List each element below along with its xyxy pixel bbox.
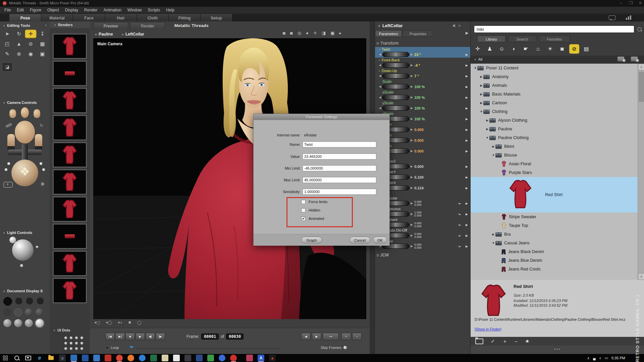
- tab-preview[interactable]: Preview: [93, 22, 128, 30]
- rotate-tool[interactable]: ↻: [13, 29, 25, 39]
- display-style-sphere-3[interactable]: [25, 297, 34, 305]
- dial-right-arrow[interactable]: ▶: [411, 213, 413, 216]
- menu-scripts[interactable]: Scripts: [145, 7, 163, 14]
- render-thumbnail-4[interactable]: [53, 115, 87, 140]
- collapse-triangle-icon[interactable]: ▼: [491, 154, 495, 157]
- dial-right-arrow[interactable]: ▶: [411, 85, 413, 88]
- morphing-tool[interactable]: ◪: [2, 62, 13, 72]
- dial-right-arrow[interactable]: ▶: [411, 165, 413, 168]
- room-tab-face[interactable]: Face: [73, 14, 105, 22]
- dial-right-arrow[interactable]: ▶: [411, 139, 413, 142]
- min-limit-field[interactable]: -45.000000: [303, 165, 376, 171]
- force-limits-checkbox[interactable]: Force limits: [301, 199, 327, 204]
- tree-scrollbar[interactable]: ∧ ∨: [638, 64, 644, 280]
- tree-item-taupe-top[interactable]: Taupe Top: [471, 221, 638, 230]
- frame-input[interactable]: 00001: [201, 334, 219, 340]
- render-thumbnail-7[interactable]: [53, 196, 87, 222]
- jcm-section-title[interactable]: JCM: [380, 253, 389, 257]
- app-blue-2[interactable]: [82, 355, 89, 361]
- display-style-sphere-6[interactable]: [14, 308, 22, 316]
- prev-actor-arrow[interactable]: <: [453, 23, 455, 28]
- menu-animation[interactable]: Animation: [100, 7, 124, 14]
- param-scale[interactable]: Scale◀▶100 %▶: [375, 79, 471, 90]
- dial-menu-arrow[interactable]: ▶: [466, 117, 468, 121]
- library-search-input[interactable]: miki: [474, 25, 634, 33]
- snapshot-camera-icon[interactable]: ◙: [283, 31, 285, 36]
- display-option-4[interactable]: ✱: [128, 320, 131, 325]
- color-tool[interactable]: ✎: [1, 49, 13, 59]
- dial-menu-arrow[interactable]: ▶: [466, 202, 468, 205]
- chat-icon[interactable]: ▭: [605, 356, 608, 360]
- cameras-icon[interactable]: ◙: [557, 44, 567, 54]
- display-style-sphere-1[interactable]: [3, 297, 12, 306]
- keyframe-icon[interactable]: ○▸: [458, 245, 461, 248]
- camera-trackball[interactable]: ❖: [11, 160, 38, 186]
- dial-menu-arrow[interactable]: ▶: [466, 234, 468, 237]
- timeline-track[interactable]: [137, 348, 281, 349]
- dial-right-arrow[interactable]: ▶: [411, 117, 413, 120]
- max-limit-field[interactable]: 45.000000: [303, 177, 376, 183]
- menu-help[interactable]: Help: [163, 7, 177, 14]
- chart-icon[interactable]: [626, 15, 632, 20]
- loop-checkbox[interactable]: Loop: [105, 346, 119, 350]
- play-button[interactable]: ▶: [136, 333, 145, 340]
- app-green[interactable]: [207, 355, 214, 361]
- dial-left-arrow[interactable]: ◀: [379, 53, 381, 56]
- add-folder-icon[interactable]: [475, 339, 483, 344]
- tree-item-pauline[interactable]: ▶Pauline: [471, 125, 638, 133]
- chat-icon[interactable]: [609, 15, 615, 20]
- vlc-app[interactable]: ▲: [269, 355, 276, 361]
- room-tab-hair[interactable]: Hair: [105, 14, 137, 22]
- expand-triangle-icon[interactable]: ▶: [479, 93, 483, 96]
- keyframe-button[interactable]: ⊶: [323, 333, 339, 340]
- next-frame-button[interactable]: |▶: [156, 333, 165, 340]
- app-blue-5[interactable]: A: [258, 355, 264, 361]
- value-field[interactable]: 23.465200: [303, 154, 376, 160]
- step-forward-button[interactable]: ▶: [312, 333, 321, 340]
- camera-head-icon[interactable]: [15, 121, 35, 143]
- sensitivity-field[interactable]: 1.000000: [303, 189, 376, 195]
- tree-item-animals[interactable]: ▶Animals: [471, 81, 638, 90]
- tree-item-poser-11-content[interactable]: ▼Poser 11 Content: [471, 64, 638, 72]
- firefox-browser[interactable]: [127, 355, 134, 361]
- actor-header[interactable]: LeftCollar: [378, 23, 403, 28]
- hidden-icons-chevron[interactable]: ∧: [587, 356, 590, 360]
- menu-figure[interactable]: Figure: [27, 7, 44, 14]
- step-back-button[interactable]: ◀: [301, 333, 311, 340]
- dial-right-arrow[interactable]: ▶: [411, 64, 413, 67]
- apply-check-icon[interactable]: ✓: [491, 338, 495, 344]
- add-item-icon[interactable]: ＋: [502, 338, 507, 345]
- doc-white-app[interactable]: [173, 355, 180, 361]
- display-option-1[interactable]: ▾▢: [95, 320, 100, 325]
- camera-flash-toggle[interactable]: [41, 182, 44, 186]
- render-thumbnail-2[interactable]: [53, 61, 87, 86]
- camera-move-cross[interactable]: [8, 146, 42, 159]
- app-blue-3[interactable]: [93, 355, 100, 361]
- tree-item-blouse[interactable]: ▼Blouse: [471, 151, 638, 160]
- tree-item-casual-jeans[interactable]: ▼Casual Jeans: [471, 239, 638, 247]
- render-thumbnail-1[interactable]: [53, 34, 87, 59]
- compass-browser[interactable]: [139, 355, 146, 361]
- grouping-tool[interactable]: ▦: [37, 39, 48, 49]
- app-red-blue[interactable]: [246, 355, 253, 361]
- dial-right-arrow[interactable]: ▶: [411, 202, 413, 205]
- light-dot-icon[interactable]: [20, 264, 23, 267]
- render-thumbnail-8[interactable]: [53, 224, 87, 249]
- edge-browser[interactable]: e: [36, 355, 43, 361]
- render-thumbnail-3[interactable]: [53, 88, 87, 113]
- menu-object[interactable]: Object: [44, 7, 62, 14]
- maximize-button[interactable]: ❐: [627, 1, 635, 5]
- section-collapse-box[interactable]: [376, 42, 380, 45]
- collapse-box[interactable]: [44, 24, 48, 27]
- dial-menu-arrow[interactable]: ▶: [466, 96, 468, 99]
- opera-browser[interactable]: [230, 355, 237, 361]
- expand-triangle-icon[interactable]: ▶: [479, 101, 483, 105]
- dial-slider[interactable]: [382, 95, 409, 100]
- dial-right-arrow[interactable]: ▶: [411, 128, 413, 131]
- compare-camera-icon[interactable]: ◙: [290, 31, 293, 36]
- select-tool[interactable]: ➤: [1, 29, 13, 39]
- doc-tan-app[interactable]: [162, 355, 168, 361]
- display-style-sphere-9[interactable]: [3, 319, 11, 327]
- next-actor-arrow[interactable]: >: [458, 23, 461, 28]
- tree-item-alyson-clothing[interactable]: ▶Alyson Clothing: [471, 116, 638, 125]
